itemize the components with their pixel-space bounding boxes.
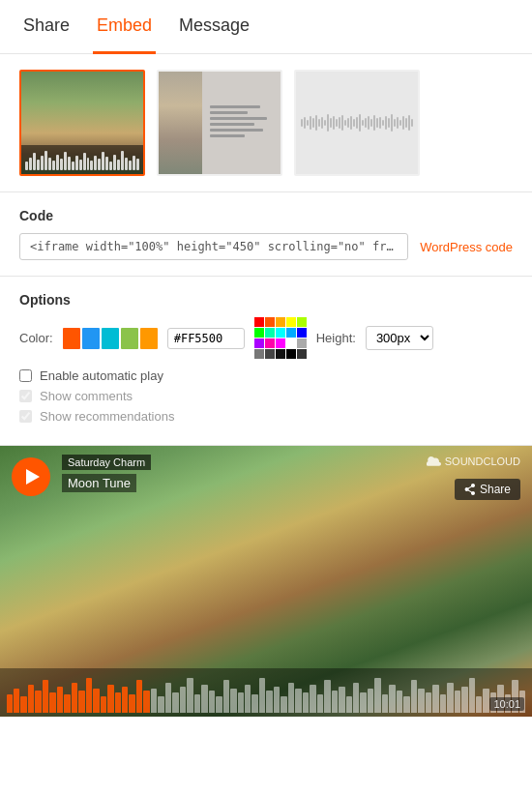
track-title: Moon Tune	[62, 474, 136, 492]
preview-medium-img	[159, 72, 281, 174]
code-label: Code	[19, 208, 513, 223]
show-recommendations-checkbox[interactable]	[19, 410, 32, 423]
color-label: Color:	[19, 331, 53, 345]
auto-play-checkbox[interactable]	[19, 369, 32, 382]
preview-section	[0, 54, 532, 192]
show-recommendations-row: Show recommendations	[19, 409, 513, 424]
soundcloud-icon	[426, 456, 441, 466]
time-display: 10:01	[489, 697, 524, 711]
waveform-preview	[25, 149, 139, 170]
color-value-input[interactable]	[167, 328, 245, 349]
show-recommendations-label: Show recommendations	[40, 409, 174, 424]
player-overlay: Saturday Charm Moon Tune	[0, 446, 532, 504]
tab-message[interactable]: Message	[175, 0, 253, 54]
share-icon	[464, 484, 476, 495]
soundcloud-logo: SOUNDCLOUD	[426, 456, 520, 467]
player-waveform	[0, 668, 532, 717]
swatch-orange[interactable]	[63, 328, 80, 349]
color-option-row: Color:	[19, 317, 513, 359]
player-background: Saturday Charm Moon Tune SOUNDCLOUD Shar…	[0, 446, 532, 717]
preview-small[interactable]	[294, 70, 420, 176]
swatch-cyan[interactable]	[102, 328, 119, 349]
code-input[interactable]	[19, 233, 408, 260]
preview-medium[interactable]	[157, 70, 282, 176]
auto-play-row: Enable automatic play	[19, 368, 513, 383]
preview-small-img	[296, 72, 418, 174]
show-comments-checkbox[interactable]	[19, 390, 32, 402]
wordpress-code-link[interactable]: WordPress code	[420, 240, 513, 254]
tabs-nav: Share Embed Message	[0, 0, 532, 54]
sc-label: SOUNDCLOUD	[445, 456, 520, 467]
color-grid-picker[interactable]	[254, 317, 307, 359]
options-label: Options	[19, 292, 513, 308]
play-button[interactable]	[12, 457, 50, 496]
preview-list	[19, 70, 513, 176]
auto-play-label: Enable automatic play	[40, 368, 163, 383]
preview-large[interactable]	[19, 70, 145, 176]
tab-share[interactable]: Share	[19, 0, 74, 54]
player-embed: Saturday Charm Moon Tune SOUNDCLOUD Shar…	[0, 446, 532, 717]
options-section: Options Color:	[0, 277, 532, 446]
swatch-blue[interactable]	[82, 328, 100, 349]
track-artist: Saturday Charm	[62, 455, 151, 470]
color-swatches	[63, 328, 158, 349]
height-select[interactable]: 300px 450px 600px	[366, 326, 433, 350]
share-label: Share	[480, 483, 511, 496]
height-label: Height:	[316, 331, 356, 345]
show-comments-row: Show comments	[19, 389, 513, 403]
preview-large-img	[21, 72, 143, 174]
code-row: WordPress code	[19, 233, 513, 260]
show-comments-label: Show comments	[40, 389, 133, 403]
swatch-green[interactable]	[121, 328, 138, 349]
swatch-amber[interactable]	[140, 328, 158, 349]
play-icon	[26, 469, 40, 485]
code-section: Code WordPress code	[0, 192, 532, 277]
player-share-button[interactable]: Share	[455, 479, 520, 500]
tab-embed[interactable]: Embed	[93, 0, 156, 54]
